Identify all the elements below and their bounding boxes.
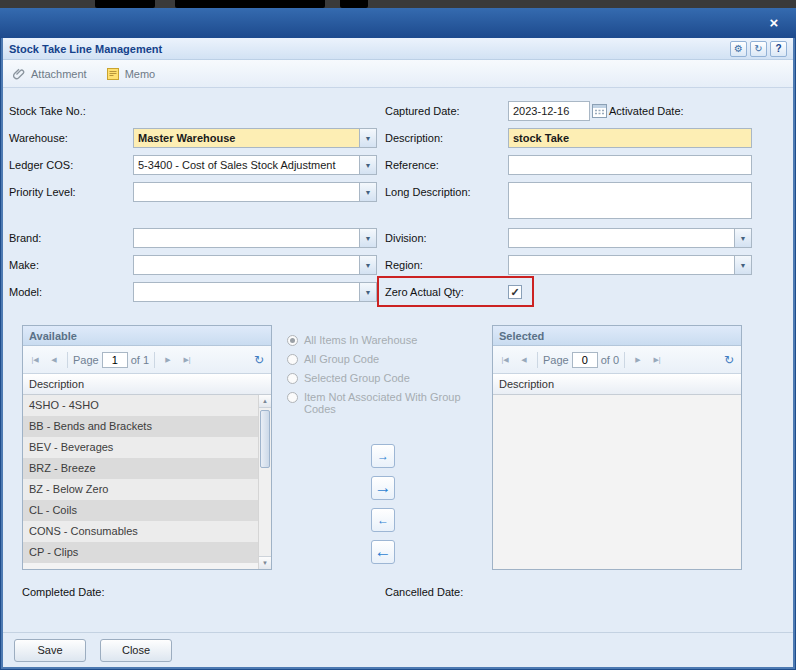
- chevron-down-icon[interactable]: ▼: [359, 256, 376, 274]
- page-next-icon[interactable]: ▶: [160, 352, 176, 368]
- pager-separator: [154, 352, 155, 368]
- move-all-left-button[interactable]: ←: [371, 540, 395, 564]
- warehouse-label: Warehouse:: [9, 128, 68, 148]
- radio-all-items-in-warehouse[interactable]: All Items In Warehouse: [287, 334, 465, 346]
- model-value: [134, 283, 359, 301]
- annotation-highlight: [377, 276, 534, 307]
- page-first-icon[interactable]: |◀: [27, 352, 43, 368]
- refresh-icon[interactable]: ↻: [721, 352, 737, 368]
- selected-grid-body: [493, 395, 741, 569]
- region-label: Region:: [385, 255, 423, 275]
- long-description-label: Long Description:: [385, 182, 471, 202]
- arrow-right-icon: →: [377, 449, 389, 463]
- available-rows: 4SHO - 4SHO BB - Bends and Brackets BEV …: [23, 395, 271, 569]
- description-input[interactable]: stock Take: [508, 128, 752, 148]
- arrow-left-icon: ←: [375, 542, 392, 562]
- activated-date-label: Activated Date:: [609, 101, 684, 121]
- page-next-icon[interactable]: ▶: [630, 352, 646, 368]
- radio-label: All Group Code: [304, 353, 379, 365]
- refresh-icon[interactable]: ↻: [251, 352, 267, 368]
- region-combo[interactable]: ▼: [508, 255, 752, 275]
- scroll-up-icon[interactable]: ▲: [259, 395, 271, 408]
- chevron-down-icon[interactable]: ▼: [734, 256, 751, 274]
- list-item[interactable]: CL - Coils: [23, 500, 271, 521]
- warehouse-combo[interactable]: Master Warehouse ▼: [133, 128, 377, 148]
- model-combo[interactable]: ▼: [133, 282, 377, 302]
- move-left-button[interactable]: ←: [371, 508, 395, 532]
- save-button[interactable]: Save: [14, 639, 86, 662]
- radio-selected-group-code[interactable]: Selected Group Code: [287, 372, 465, 384]
- screen: × Stock Take Line Management ⚙ ↻ ? Attac…: [0, 0, 796, 670]
- available-column-header[interactable]: Description: [23, 374, 271, 395]
- captured-date-input[interactable]: 2023-12-16: [508, 101, 590, 121]
- selected-column-header[interactable]: Description: [493, 374, 741, 395]
- page-input[interactable]: [572, 352, 598, 368]
- calendar-icon[interactable]: [592, 103, 607, 119]
- chevron-down-icon[interactable]: ▼: [359, 229, 376, 247]
- make-label: Make:: [9, 255, 39, 275]
- page-prev-icon[interactable]: ◀: [46, 352, 62, 368]
- page-last-icon[interactable]: ▶|: [649, 352, 665, 368]
- close-button[interactable]: Close: [100, 639, 172, 662]
- refresh-icon[interactable]: ↻: [750, 41, 767, 57]
- memo-button[interactable]: Memo: [107, 67, 156, 80]
- region-value: [509, 256, 734, 274]
- list-item[interactable]: BEV - Beverages: [23, 437, 271, 458]
- warehouse-value: Master Warehouse: [134, 129, 359, 147]
- close-icon[interactable]: ×: [764, 13, 784, 33]
- chevron-down-icon[interactable]: ▼: [359, 283, 376, 301]
- division-value: [509, 229, 734, 247]
- move-right-button[interactable]: →: [371, 444, 395, 468]
- brand-combo[interactable]: ▼: [133, 228, 377, 248]
- list-item[interactable]: BZ - Below Zero: [23, 479, 271, 500]
- radio-item-not-associated[interactable]: Item Not Associated With Group Codes: [287, 391, 465, 415]
- division-label: Division:: [385, 228, 427, 248]
- group-filter-radios: All Items In Warehouse All Group Code Se…: [287, 334, 465, 422]
- ledger-cos-combo[interactable]: 5-3400 - Cost of Sales Stock Adjustment …: [133, 155, 377, 175]
- completed-date-label: Completed Date:: [22, 582, 105, 602]
- cancelled-date-label: Cancelled Date:: [385, 582, 463, 602]
- radio-icon: [287, 392, 298, 403]
- page-first-icon[interactable]: |◀: [497, 352, 513, 368]
- title-tools: ⚙ ↻ ?: [730, 41, 787, 57]
- page-input[interactable]: [102, 352, 128, 368]
- chevron-down-icon[interactable]: ▼: [359, 183, 376, 201]
- list-item[interactable]: CONS - Consumables: [23, 521, 271, 542]
- priority-level-value: [134, 183, 359, 201]
- attachment-label: Attachment: [31, 68, 87, 80]
- pager-separator: [67, 352, 68, 368]
- scroll-down-icon[interactable]: ▼: [259, 556, 271, 569]
- list-item[interactable]: CP - Clips: [23, 542, 271, 563]
- selected-panel-title: Selected: [493, 326, 741, 346]
- move-all-right-button[interactable]: →: [371, 476, 395, 500]
- description-label: Description:: [385, 128, 443, 148]
- page-last-icon[interactable]: ▶|: [179, 352, 195, 368]
- pager-separator: [537, 352, 538, 368]
- chevron-down-icon[interactable]: ▼: [359, 156, 376, 174]
- division-combo[interactable]: ▼: [508, 228, 752, 248]
- radio-icon: [287, 335, 298, 346]
- radio-all-group-code[interactable]: All Group Code: [287, 353, 465, 365]
- reference-input[interactable]: [508, 155, 752, 175]
- paperclip-icon: [13, 67, 25, 81]
- priority-level-combo[interactable]: ▼: [133, 182, 377, 202]
- help-icon[interactable]: ?: [770, 41, 787, 57]
- selected-panel: Selected |◀ ◀ Page of 0 ▶ ▶| ↻ Descripti…: [492, 325, 742, 570]
- radio-label: Item Not Associated With Group Codes: [304, 391, 465, 415]
- attachment-button[interactable]: Attachment: [13, 67, 87, 81]
- background-app-segment: [340, 0, 368, 8]
- long-description-textarea[interactable]: [508, 182, 752, 219]
- make-combo[interactable]: ▼: [133, 255, 377, 275]
- vertical-scrollbar[interactable]: ▲ ▼: [258, 395, 271, 569]
- gear-icon[interactable]: ⚙: [730, 41, 747, 57]
- list-item[interactable]: BRZ - Breeze: [23, 458, 271, 479]
- scrollbar-thumb[interactable]: [260, 410, 270, 468]
- list-item[interactable]: 4SHO - 4SHO: [23, 395, 271, 416]
- page-prev-icon[interactable]: ◀: [516, 352, 532, 368]
- arrow-right-icon: →: [375, 478, 392, 498]
- chevron-down-icon[interactable]: ▼: [359, 129, 376, 147]
- window-body: Stock Take Line Management ⚙ ↻ ? Attachm…: [3, 38, 793, 667]
- page-title: Stock Take Line Management: [9, 43, 162, 55]
- list-item[interactable]: BB - Bends and Brackets: [23, 416, 271, 437]
- chevron-down-icon[interactable]: ▼: [734, 229, 751, 247]
